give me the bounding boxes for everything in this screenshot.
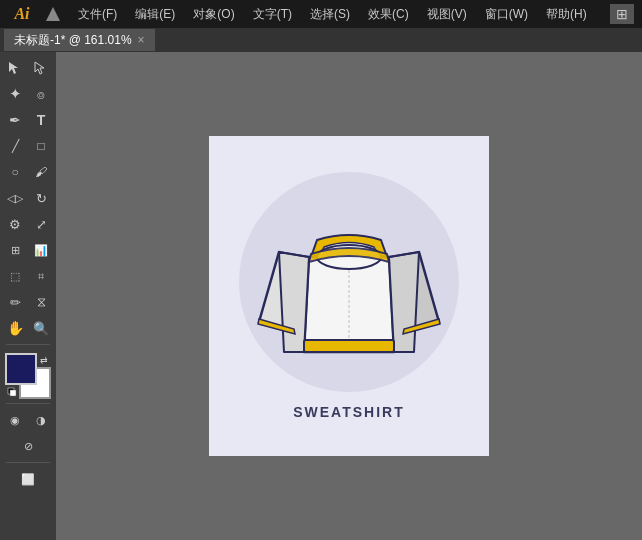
ellipse-tool[interactable]: ○ [3, 160, 27, 184]
toolbar-divider-3 [6, 462, 50, 463]
svg-rect-5 [304, 340, 394, 352]
tool-row-9: ⬚ ⌗ [3, 264, 53, 288]
tool-row-6: ◁▷ ↻ [3, 186, 53, 210]
scale-tool[interactable]: ⤢ [29, 212, 53, 236]
default-colors-icon [7, 387, 17, 397]
sweatshirt-container: SWEATSHIRT [239, 172, 459, 420]
tool-row-7: ⚙ ⤢ [3, 212, 53, 236]
none-mode[interactable]: ⊘ [16, 434, 40, 458]
zoom-tool[interactable]: 🔍 [29, 316, 53, 340]
color-mode[interactable]: ◉ [3, 408, 27, 432]
tool-row-1 [3, 56, 53, 80]
color-area: ⇄ [5, 353, 51, 399]
title-bar: Ai 文件(F) 编辑(E) 对象(O) 文字(T) 选择(S) 效果(C) 视… [0, 0, 642, 28]
sweatshirt-illustration [249, 187, 449, 377]
svg-rect-1 [10, 390, 16, 396]
toolbar-divider-2 [6, 403, 50, 404]
workspace-switcher[interactable]: ⊞ [610, 4, 634, 24]
artboard: SWEATSHIRT [209, 136, 489, 456]
app-logo: Ai [8, 5, 36, 23]
selection-tool[interactable] [3, 56, 27, 80]
direct-selection-icon [33, 60, 49, 76]
menu-edit[interactable]: 编辑(E) [127, 4, 183, 25]
tab-bar: 未标题-1* @ 161.01% × [0, 28, 642, 52]
warp-tool[interactable]: ⚙ [3, 212, 27, 236]
gradient-mode[interactable]: ◑ [29, 408, 53, 432]
direct-selection-tool[interactable] [29, 56, 53, 80]
menu-select[interactable]: 选择(S) [302, 4, 358, 25]
line-tool[interactable]: ╱ [3, 134, 27, 158]
menu-help[interactable]: 帮助(H) [538, 4, 595, 25]
tool-row-colors: ◉ ◑ [3, 408, 53, 432]
home-icon [46, 7, 60, 21]
selection-icon [7, 60, 23, 76]
menu-object[interactable]: 对象(O) [185, 4, 242, 25]
blend-tool[interactable]: ⧖ [29, 290, 53, 314]
tool-row-none: ⊘ [16, 434, 40, 458]
symbol-tool[interactable]: ⊞ [3, 238, 27, 262]
hand-tool[interactable]: ✋ [3, 316, 27, 340]
menu-bar: 文件(F) 编辑(E) 对象(O) 文字(T) 选择(S) 效果(C) 视图(V… [70, 4, 604, 25]
main-area: ✦ ⌾ ✒ T ╱ □ ○ 🖌 ◁▷ ↻ ⚙ ⤢ ⊞ 📊 [0, 52, 642, 540]
menu-text[interactable]: 文字(T) [245, 4, 300, 25]
paintbrush-tool[interactable]: 🖌 [29, 160, 53, 184]
menu-file[interactable]: 文件(F) [70, 4, 125, 25]
type-tool[interactable]: T [29, 108, 53, 132]
tool-row-5: ○ 🖌 [3, 160, 53, 184]
magic-wand-tool[interactable]: ✦ [3, 82, 27, 106]
reflect-tool[interactable]: ◁▷ [3, 186, 27, 210]
grid-icon: ⊞ [616, 6, 628, 22]
artboard-tool[interactable]: ⬚ [3, 264, 27, 288]
tab-close-icon[interactable]: × [138, 33, 145, 47]
swap-colors-icon[interactable]: ⇄ [37, 353, 51, 367]
menu-window[interactable]: 窗口(W) [477, 4, 536, 25]
rotate-tool[interactable]: ↻ [29, 186, 53, 210]
pen-tool[interactable]: ✒ [3, 108, 27, 132]
graph-tool[interactable]: 📊 [29, 238, 53, 262]
eyedropper-tool[interactable]: ✏ [3, 290, 27, 314]
draw-normal[interactable]: ⬜ [16, 467, 40, 491]
active-tab[interactable]: 未标题-1* @ 161.01% × [4, 29, 155, 51]
menu-view[interactable]: 视图(V) [419, 4, 475, 25]
tool-row-4: ╱ □ [3, 134, 53, 158]
tool-row-10: ✏ ⧖ [3, 290, 53, 314]
tab-label: 未标题-1* @ 161.01% [14, 32, 132, 49]
tool-row-8: ⊞ 📊 [3, 238, 53, 262]
tool-row-2: ✦ ⌾ [3, 82, 53, 106]
foreground-color-swatch[interactable] [5, 353, 37, 385]
sweatshirt-label: SWEATSHIRT [293, 404, 405, 420]
circle-background [239, 172, 459, 392]
canvas-area: SWEATSHIRT [56, 52, 642, 540]
home-button[interactable] [42, 3, 64, 25]
tool-row-3: ✒ T [3, 108, 53, 132]
reset-colors-icon[interactable] [5, 385, 19, 399]
lasso-tool[interactable]: ⌾ [29, 82, 53, 106]
toolbar-divider [6, 344, 50, 345]
tool-row-11: ✋ 🔍 [3, 316, 53, 340]
menu-effect[interactable]: 效果(C) [360, 4, 417, 25]
slice-tool[interactable]: ⌗ [29, 264, 53, 288]
toolbar: ✦ ⌾ ✒ T ╱ □ ○ 🖌 ◁▷ ↻ ⚙ ⤢ ⊞ 📊 [0, 52, 56, 540]
shape-tool[interactable]: □ [29, 134, 53, 158]
tool-row-draw: ⬜ [16, 467, 40, 491]
